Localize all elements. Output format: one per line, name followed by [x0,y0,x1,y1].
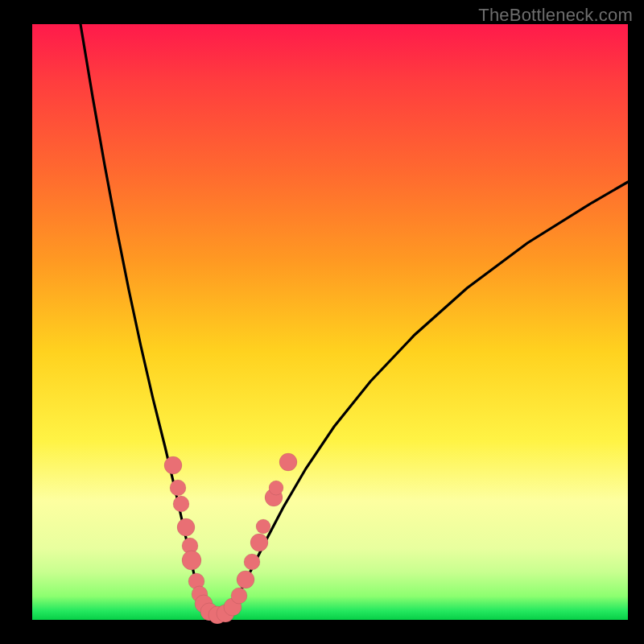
data-point-marker [177,518,195,536]
data-point-marker [173,496,189,512]
curve-svg [32,24,628,620]
data-point-marker [269,481,283,495]
watermark-label: TheBottleneck.com [478,5,633,26]
data-point-marker [256,519,270,534]
data-point-marker [170,480,186,496]
marker-layer [164,453,297,624]
data-point-marker [279,453,297,471]
chart-container: TheBottleneck.com [0,0,644,644]
data-point-marker [231,588,247,604]
plot-area [32,24,628,620]
data-point-marker [164,456,182,474]
data-point-marker [244,554,260,570]
bottleneck-curve [80,24,628,616]
data-point-marker [182,551,201,570]
data-point-marker [250,534,268,551]
data-point-marker [237,571,254,588]
